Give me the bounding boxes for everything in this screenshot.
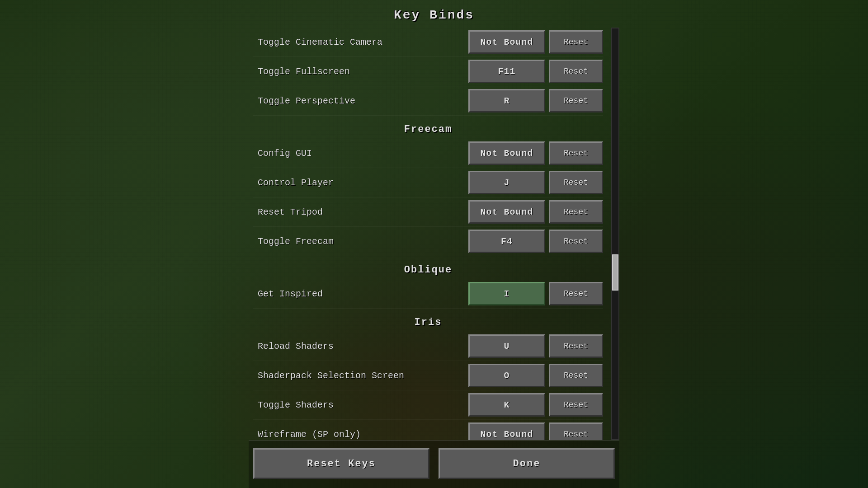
reset-button[interactable]: Reset: [549, 334, 603, 358]
key-button[interactable]: Not Bound: [468, 422, 545, 440]
table-row: Reset TripodNot BoundReset: [253, 197, 603, 227]
reset-button[interactable]: Reset: [549, 200, 603, 224]
keybind-actions: JReset: [468, 171, 603, 194]
key-button[interactable]: F11: [468, 60, 545, 83]
key-button[interactable]: K: [468, 393, 545, 417]
reset-button[interactable]: Reset: [549, 364, 603, 387]
table-row: Get InspiredIReset: [253, 279, 603, 309]
table-row: Toggle FullscreenF11Reset: [253, 57, 603, 86]
keybind-label: Control Player: [253, 178, 468, 188]
keybinds-panel: Key Binds Toggle Cinematic CameraNot Bou…: [249, 0, 619, 488]
keybind-actions: Not BoundReset: [468, 141, 603, 165]
keybind-label: Toggle Cinematic Camera: [253, 37, 468, 47]
keybind-actions: RReset: [468, 89, 603, 113]
section-header-freecam: Freecam: [253, 116, 603, 139]
keybind-actions: Not BoundReset: [468, 422, 603, 440]
section-header-iris: Iris: [253, 309, 603, 332]
key-button[interactable]: J: [468, 171, 545, 194]
keybind-label: Reload Shaders: [253, 341, 468, 352]
keybind-label: Config GUI: [253, 148, 468, 159]
table-row: Toggle PerspectiveRReset: [253, 86, 603, 116]
scroll-area[interactable]: Toggle Cinematic CameraNot BoundResetTog…: [249, 28, 619, 440]
keybind-actions: Not BoundReset: [468, 30, 603, 54]
keybind-label: Reset Tripod: [253, 207, 468, 217]
keybind-label: Toggle Perspective: [253, 96, 468, 106]
done-button[interactable]: Done: [439, 448, 615, 479]
reset-button[interactable]: Reset: [549, 60, 603, 83]
table-row: Config GUINot BoundReset: [253, 139, 603, 168]
reset-keys-button[interactable]: Reset Keys: [253, 448, 429, 479]
keybind-label: Shaderpack Selection Screen: [253, 371, 468, 381]
keybind-label: Get Inspired: [253, 289, 468, 299]
keybind-label: Toggle Shaders: [253, 400, 468, 410]
reset-button[interactable]: Reset: [549, 393, 603, 417]
key-button[interactable]: Not Bound: [468, 30, 545, 54]
page-title: Key Binds: [394, 0, 474, 28]
reset-button[interactable]: Reset: [549, 171, 603, 194]
key-button[interactable]: Not Bound: [468, 141, 545, 165]
reset-button[interactable]: Reset: [549, 282, 603, 305]
reset-button[interactable]: Reset: [549, 141, 603, 165]
key-button[interactable]: F4: [468, 230, 545, 253]
section-header-oblique: Oblique: [253, 256, 603, 279]
scrollbar[interactable]: [611, 28, 619, 440]
reset-button[interactable]: Reset: [549, 422, 603, 440]
keybind-actions: OReset: [468, 364, 603, 387]
keybind-actions: F4Reset: [468, 230, 603, 253]
keybind-actions: F11Reset: [468, 60, 603, 83]
table-row: Toggle FreecamF4Reset: [253, 227, 603, 256]
scrollbar-thumb[interactable]: [612, 254, 618, 291]
key-button[interactable]: Not Bound: [468, 200, 545, 224]
key-button[interactable]: O: [468, 364, 545, 387]
table-row: Toggle ShadersKReset: [253, 390, 603, 420]
keybind-actions: Not BoundReset: [468, 200, 603, 224]
keybind-actions: KReset: [468, 393, 603, 417]
keybind-label: Toggle Freecam: [253, 236, 468, 247]
bottom-bar: Reset Keys Done: [249, 440, 619, 488]
keybind-label: Toggle Fullscreen: [253, 66, 468, 77]
keybind-actions: IReset: [468, 282, 603, 305]
keybind-label: Wireframe (SP only): [253, 429, 468, 440]
reset-button[interactable]: Reset: [549, 30, 603, 54]
table-row: Shaderpack Selection ScreenOReset: [253, 361, 603, 390]
table-row: Toggle Cinematic CameraNot BoundReset: [253, 28, 603, 57]
key-button[interactable]: I: [468, 282, 545, 305]
table-row: Wireframe (SP only)Not BoundReset: [253, 420, 603, 440]
reset-button[interactable]: Reset: [549, 89, 603, 113]
table-row: Reload ShadersUReset: [253, 332, 603, 361]
key-button[interactable]: U: [468, 334, 545, 358]
keybind-actions: UReset: [468, 334, 603, 358]
reset-button[interactable]: Reset: [549, 230, 603, 253]
table-row: Control PlayerJReset: [253, 168, 603, 197]
key-button[interactable]: R: [468, 89, 545, 113]
keybind-list: Toggle Cinematic CameraNot BoundResetTog…: [253, 28, 605, 440]
